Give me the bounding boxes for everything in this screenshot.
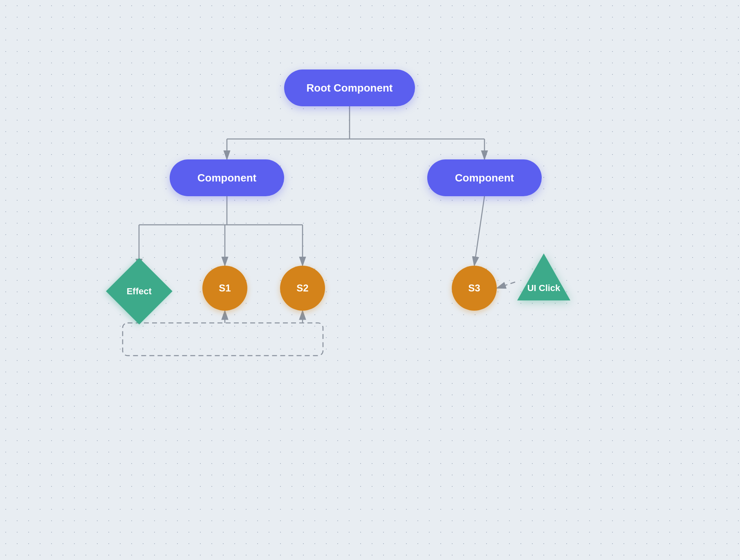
diagram-container: Root Component Component Component Effec… — [84, 45, 656, 515]
effect-label: Effect — [127, 286, 152, 297]
root-component-label: Root Component — [307, 82, 393, 94]
connectors-svg — [84, 45, 656, 515]
svg-line-16 — [497, 282, 515, 288]
component-left-label: Component — [197, 172, 256, 184]
s1-label: S1 — [219, 282, 231, 294]
s3-node[interactable]: S3 — [452, 266, 497, 311]
effect-node[interactable]: Effect — [106, 258, 173, 325]
root-component-node[interactable]: Root Component — [284, 69, 415, 106]
s3-label: S3 — [468, 282, 480, 294]
component-right-node[interactable]: Component — [427, 159, 542, 196]
s2-label: S2 — [296, 282, 308, 294]
component-left-node[interactable]: Component — [170, 159, 284, 196]
s1-node[interactable]: S1 — [202, 266, 247, 311]
s2-node[interactable]: S2 — [280, 266, 325, 311]
svg-rect-12 — [123, 323, 323, 356]
svg-line-11 — [474, 196, 484, 266]
ui-click-node[interactable] — [517, 253, 570, 300]
component-right-label: Component — [455, 172, 514, 184]
